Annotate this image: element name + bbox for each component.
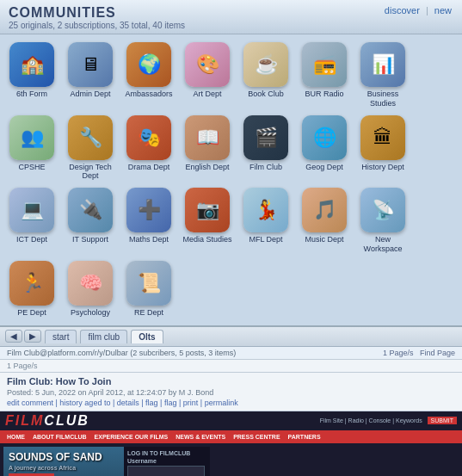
icon-itsupport: 🔌 <box>68 188 113 232</box>
nav-experience[interactable]: EXPERIENCE OUR FILMS <box>91 432 172 442</box>
page-indicator: 1 Page/s Find Page <box>383 349 455 357</box>
page-subtitle: 25 originals, 2 subscriptions, 35 total,… <box>9 21 185 30</box>
grid-item-cpshe[interactable]: 👥CPSHE <box>5 115 59 182</box>
grid-item-bookclub[interactable]: ☕Book Club <box>239 42 293 108</box>
label-artdept: Art Dept <box>193 90 221 99</box>
label-mediastudies: Media Studies <box>182 235 231 244</box>
breadcrumb: 1 Page/s <box>0 360 462 373</box>
filmclub-site-links[interactable]: Film Site | Radio | Console | Keywords S… <box>320 417 457 423</box>
label-english: English Dept <box>185 163 229 172</box>
grid-item-burstudies[interactable]: 📊Business Studies <box>356 42 410 108</box>
icon-newworkspace: 📡 <box>360 188 405 232</box>
back-button[interactable]: ◀ <box>5 330 22 343</box>
grid-item-ambassadors[interactable]: 🌍Ambassadors <box>122 42 176 108</box>
icon-admin: 🖥 <box>68 42 113 87</box>
icon-artdept: 🎨 <box>185 42 230 87</box>
label-designtech: Design Tech Dept <box>64 163 117 182</box>
nav-partners[interactable]: PARTNERS <box>285 432 324 442</box>
icon-maths: ➕ <box>126 188 171 232</box>
filmclub-login-panel: LOG IN TO FILMCLUB Username Password LOG… <box>124 447 210 476</box>
icon-bookclub: ☕ <box>243 42 288 87</box>
filmclub-embedded-page: FILMCLUB Film Site | Radio | Console | K… <box>0 411 462 476</box>
discover-link[interactable]: discover <box>385 5 420 15</box>
icon-designtech: 🔧 <box>68 115 113 160</box>
banner-image: SOUNDS OF SAND A journey across Africa V… <box>3 447 124 476</box>
login-heading: LOG IN TO FILMCLUB <box>127 450 206 456</box>
label-drama: Drama Dept <box>128 163 170 172</box>
grid-item-filmclub[interactable]: 🎬Film Club <box>239 115 293 182</box>
label-cpshe: CPSHE <box>18 163 45 172</box>
new-link[interactable]: new <box>434 5 452 15</box>
icon-filmclub: 🎬 <box>243 115 288 160</box>
forum-post-meta: Posted: 5 Jun, 2022 on April 2012, at 12… <box>7 388 455 397</box>
grid-item-redept[interactable]: 📜RE Dept <box>122 261 176 318</box>
grid-item-6thform[interactable]: 🏫6th Form <box>5 42 59 108</box>
grid-item-history[interactable]: 🏛History Dept <box>356 115 410 182</box>
label-itsupport: IT Support <box>72 235 108 244</box>
breadcrumb-text: 1 Page/s <box>7 362 38 370</box>
nav-about[interactable]: ABOUT FILMCLUB <box>29 432 90 442</box>
filmclub-navbar: HOME ABOUT FILMCLUB EXPERIENCE OUR FILMS… <box>0 430 462 443</box>
grid-item-ict[interactable]: 💻ICT Dept <box>5 188 59 254</box>
browser-tab-bar: ◀ ▶ start film club Olts <box>0 327 462 347</box>
icon-cpshe: 👥 <box>9 115 54 160</box>
nav-press[interactable]: PRESS CENTRE <box>230 432 283 442</box>
header-links[interactable]: discover | new <box>383 5 453 15</box>
icon-mediastudies: 📷 <box>185 188 230 232</box>
icon-musicdept: 🎵 <box>302 188 347 232</box>
icon-drama: 🎭 <box>126 115 171 160</box>
label-6thform: 6th Form <box>16 90 47 99</box>
tab-filmclub[interactable]: film club <box>80 330 127 343</box>
grid-item-musicdept[interactable]: 🎵Music Dept <box>298 188 351 254</box>
grid-item-mediastudies[interactable]: 📷Media Studies <box>181 188 234 254</box>
member-info-bar: Film Club@platform.com/r/y/Dulbar (2 sub… <box>0 347 462 360</box>
icon-redept: 📜 <box>126 261 171 306</box>
banner-heading: SOUNDS OF SAND A journey across Africa V… <box>9 452 102 476</box>
grid-item-geog[interactable]: 🌐Geog Dept <box>298 115 351 182</box>
browser-panel: ◀ ▶ start film club Olts Film Club@platf… <box>0 325 462 476</box>
label-history: History Dept <box>361 163 404 172</box>
grid-item-pedept[interactable]: 🏃PE Dept <box>5 261 59 318</box>
label-bookclub: Book Club <box>248 90 284 99</box>
member-info-text: Film Club@platform.com/r/y/Dulbar (2 sub… <box>7 349 236 357</box>
forward-button[interactable]: ▶ <box>24 330 41 343</box>
label-maths: Maths Dept <box>129 235 169 244</box>
icon-ambassadors: 🌍 <box>126 42 171 87</box>
label-burradio: BUR Radio <box>305 90 343 99</box>
icon-burradio: 📻 <box>302 42 347 87</box>
page-header: COMMUNITIES 25 originals, 2 subscription… <box>0 0 462 34</box>
filmclub-content: SOUNDS OF SAND A journey across Africa V… <box>0 443 462 476</box>
forum-post: Film Club: How To Join Posted: 5 Jun, 20… <box>0 373 462 411</box>
label-ambassadors: Ambassadors <box>125 90 172 99</box>
tab-start[interactable]: start <box>45 330 77 343</box>
grid-item-designtech[interactable]: 🔧Design Tech Dept <box>64 115 117 182</box>
label-redept: RE Dept <box>134 308 163 318</box>
grid-item-admin[interactable]: 🖥Admin Dept <box>64 42 117 108</box>
nav-home[interactable]: HOME <box>3 432 28 442</box>
submit-btn[interactable]: SUBMIT <box>428 417 457 424</box>
username-label: Username <box>127 458 206 464</box>
communities-grid: 🏫6th Form🖥Admin Dept🌍Ambassadors🎨Art Dep… <box>0 34 462 325</box>
grid-item-newworkspace[interactable]: 📡New Workspace <box>356 188 410 254</box>
icon-burstudies: 📊 <box>360 42 405 87</box>
grid-item-drama[interactable]: 🎭Drama Dept <box>122 115 176 182</box>
icon-mfl: 💃 <box>243 188 288 232</box>
grid-item-itsupport[interactable]: 🔌IT Support <box>64 188 117 254</box>
label-newworkspace: New Workspace <box>356 235 410 254</box>
grid-item-burradio[interactable]: 📻BUR Radio <box>298 42 351 108</box>
nav-news[interactable]: NEWS & EVENTS <box>172 432 229 442</box>
browser-nav: ◀ ▶ <box>5 330 41 343</box>
forum-post-links[interactable]: edit comment | history aged to | details… <box>7 399 455 407</box>
grid-item-psychology[interactable]: 🧠Psychology <box>64 261 117 318</box>
label-pedept: PE Dept <box>17 308 46 318</box>
grid-item-mfl[interactable]: 💃MFL Dept <box>239 188 293 254</box>
icon-history: 🏛 <box>360 115 405 160</box>
tab-olts[interactable]: Olts <box>131 330 163 343</box>
grid-item-maths[interactable]: ➕Maths Dept <box>122 188 176 254</box>
grid-item-english[interactable]: 📖English Dept <box>181 115 234 182</box>
icon-pedept: 🏃 <box>9 261 54 306</box>
grid-item-artdept[interactable]: 🎨Art Dept <box>181 42 234 108</box>
label-psychology: Psychology <box>71 308 110 318</box>
username-input[interactable] <box>127 466 205 476</box>
label-burstudies: Business Studies <box>356 90 410 108</box>
